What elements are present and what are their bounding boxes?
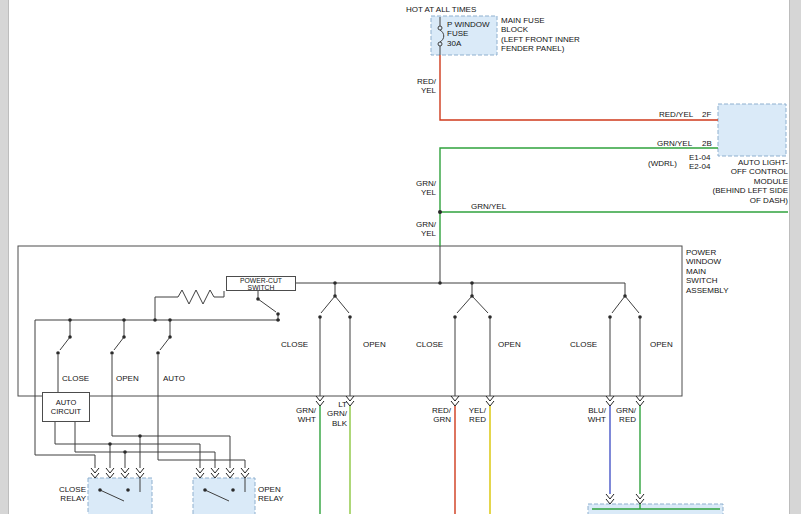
black-wires xyxy=(35,17,640,501)
fuse-label: P WINDOW FUSE 30A xyxy=(447,20,490,48)
grn-yel-branch-label: GRN/YEL xyxy=(471,202,506,211)
hot-at-all-times-label: HOT AT ALL TIMES xyxy=(406,5,476,14)
left-gray-margin xyxy=(0,0,9,514)
grn-yel-lower-label: GRN/ YEL xyxy=(404,220,436,239)
blu-wht-label: BLU/ WHT xyxy=(584,406,606,425)
junction-dots xyxy=(56,210,642,492)
schematic-lines xyxy=(0,0,801,514)
group1-close-label: CLOSE xyxy=(281,340,308,349)
power-cut-switch-label: POWER-CUT SWITCH xyxy=(226,276,296,291)
group2-close-label: CLOSE xyxy=(416,340,443,349)
assembly-label: POWER WINDOW MAIN SWITCH ASSEMBLY xyxy=(686,248,729,295)
close-relay-box xyxy=(88,478,152,514)
yel-red-label: YEL/ RED xyxy=(464,406,486,425)
group1-open-label: OPEN xyxy=(363,340,386,349)
wiring-diagram-page: HOT AT ALL TIMES P WINDOW FUSE 30A MAIN … xyxy=(0,0,801,514)
main-fuse-block-label: MAIN FUSE BLOCK (LEFT FRONT INNER FENDER… xyxy=(501,16,580,54)
red-grn-label: RED/ GRN xyxy=(429,406,451,425)
wdrl-label: (WDRL) xyxy=(648,159,677,168)
pin-2f-label: 2F xyxy=(702,110,711,119)
left-close-label: CLOSE xyxy=(62,374,89,383)
close-relay-label: CLOSE RELAY xyxy=(50,485,86,504)
open-relay-label: OPEN RELAY xyxy=(258,485,284,504)
open-relay-box xyxy=(193,478,255,514)
auto-light-off-module-label: AUTO LIGHT- OFF CONTROL MODULE (BEHIND L… xyxy=(698,158,788,205)
pin-2b-label: 2B xyxy=(702,139,712,148)
red-yel-vertical-label: RED/ YEL xyxy=(404,77,436,96)
red-yel-horizontal-label: RED/YEL xyxy=(659,110,693,119)
auto-circuit-box: AUTO CIRCUIT xyxy=(42,392,90,422)
component-boxes xyxy=(88,16,786,514)
left-open-label: OPEN xyxy=(116,374,139,383)
group3-close-label: CLOSE xyxy=(570,340,597,349)
auto-light-off-module-box xyxy=(718,104,786,156)
grn-red-label: GRN/ RED xyxy=(614,406,636,425)
grn-yel-upper-label: GRN/ YEL xyxy=(404,179,436,198)
group2-open-label: OPEN xyxy=(498,340,521,349)
grn-yel-horizontal-label: GRN/YEL xyxy=(657,139,692,148)
grn-wht-label: GRN/ WHT xyxy=(294,406,316,425)
right-gray-margin xyxy=(789,0,801,514)
left-auto-label: AUTO xyxy=(163,374,185,383)
connector-arrows xyxy=(91,396,644,504)
group3-open-label: OPEN xyxy=(650,340,673,349)
lt-grn-blk-label: LT GRN/ BLK xyxy=(325,400,347,428)
